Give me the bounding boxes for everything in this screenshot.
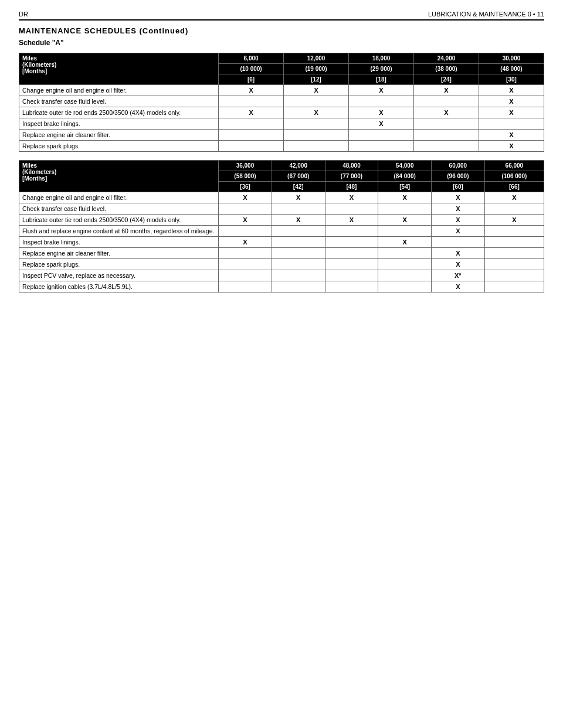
cell-2-1: X	[284, 107, 349, 118]
cell-0-2: X	[349, 85, 414, 96]
cell-0-1: X	[284, 85, 349, 96]
col-km-3: (38 000)	[414, 64, 479, 74]
cell-3-0	[219, 226, 272, 237]
cell-0-2: X	[325, 192, 378, 203]
table-row: Lubricate outer tie rod ends 2500/3500 (…	[19, 215, 544, 226]
col-km-0: (58 000)	[219, 171, 272, 182]
cell-0-5: X	[484, 192, 544, 203]
cell-3-1	[284, 118, 349, 130]
page-header: DR LUBRICATION & MAINTENANCE 0 • 11	[19, 11, 544, 21]
cell-7-0	[219, 270, 272, 281]
cell-7-3	[378, 270, 432, 281]
col-header-label: Miles(Kilometers)[Months]	[19, 161, 219, 192]
cell-5-4: X	[479, 141, 544, 152]
col-months-2: [18]	[349, 74, 414, 85]
cell-2-3: X	[378, 215, 432, 226]
col-months-1: [12]	[284, 74, 349, 85]
cell-0-0: X	[219, 192, 272, 203]
col-km-5: (106 000)	[484, 171, 544, 182]
cell-2-1: X	[272, 215, 325, 226]
table-row: Inspect brake linings.X	[19, 118, 544, 130]
col-miles-4: 60,000	[432, 161, 485, 171]
cell-1-2	[349, 96, 414, 107]
table-row: Replace engine air cleaner filter.X	[19, 130, 544, 141]
col-miles-2: 18,000	[349, 53, 414, 64]
cell-5-1	[284, 141, 349, 152]
row-label: Change engine oil and engine oil filter.	[19, 85, 219, 96]
cell-5-0	[219, 248, 272, 259]
col-months-1: [42]	[272, 182, 325, 192]
maintenance-table-2: Miles(Kilometers)[Months]36,00042,00048,…	[19, 160, 544, 292]
cell-5-3	[378, 248, 432, 259]
col-miles-5: 66,000	[484, 161, 544, 171]
cell-0-3: X	[414, 85, 479, 96]
cell-6-1	[272, 259, 325, 270]
cell-4-1	[284, 130, 349, 141]
cell-0-0: X	[219, 85, 284, 96]
cell-4-0: X	[219, 237, 272, 248]
col-miles-4: 30,000	[479, 53, 544, 64]
table-row: Replace spark plugs.X	[19, 141, 544, 152]
cell-6-0	[219, 259, 272, 270]
cell-1-1	[272, 203, 325, 215]
cell-8-3	[378, 281, 432, 292]
cell-8-4: X	[432, 281, 485, 292]
cell-1-4: X	[432, 203, 485, 215]
cell-6-3	[378, 259, 432, 270]
col-km-2: (29 000)	[349, 64, 414, 74]
cell-4-4	[432, 237, 485, 248]
row-label: Replace engine air cleaner filter.	[19, 130, 219, 141]
col-header-label: Miles(Kilometers)[Months]	[19, 53, 219, 85]
cell-2-4: X	[479, 107, 544, 118]
cell-1-3	[378, 203, 432, 215]
cell-5-3	[414, 141, 479, 152]
cell-1-0	[219, 96, 284, 107]
cell-7-1	[272, 270, 325, 281]
row-label: Check transfer case fluid level.	[19, 203, 219, 215]
row-label: Replace ignition cables (3.7L/4.8L/5.9L)…	[19, 281, 219, 292]
col-km-4: (96 000)	[432, 171, 485, 182]
cell-3-3	[378, 226, 432, 237]
cell-3-5	[484, 226, 544, 237]
cell-2-2: X	[325, 215, 378, 226]
row-label: Replace engine air cleaner filter.	[19, 248, 219, 259]
col-months-0: [36]	[219, 182, 272, 192]
row-label: Flush and replace engine coolant at 60 m…	[19, 226, 219, 237]
cell-5-4: X	[432, 248, 485, 259]
cell-4-5	[484, 237, 544, 248]
col-miles-0: 6,000	[219, 53, 284, 64]
cell-7-2	[325, 270, 378, 281]
table-row: Replace spark plugs.X	[19, 259, 544, 270]
table-row: Flush and replace engine coolant at 60 m…	[19, 226, 544, 237]
cell-4-2	[349, 130, 414, 141]
row-label: Lubricate outer tie rod ends 2500/3500 (…	[19, 215, 219, 226]
cell-4-3: X	[378, 237, 432, 248]
row-label: Inspect PCV valve, replace as necessary.	[19, 270, 219, 281]
cell-3-2	[325, 226, 378, 237]
col-km-3: (84 000)	[378, 171, 432, 182]
col-miles-1: 12,000	[284, 53, 349, 64]
cell-3-4: X	[432, 226, 485, 237]
cell-8-5	[484, 281, 544, 292]
cell-6-4: X	[432, 259, 485, 270]
cell-2-2: X	[349, 107, 414, 118]
cell-1-0	[219, 203, 272, 215]
col-km-1: (19 000)	[284, 64, 349, 74]
cell-5-1	[272, 248, 325, 259]
cell-2-4: X	[432, 215, 485, 226]
cell-4-2	[325, 237, 378, 248]
table-row: Replace engine air cleaner filter.X	[19, 248, 544, 259]
cell-5-5	[484, 248, 544, 259]
header-left: DR	[19, 11, 28, 18]
cell-5-0	[219, 141, 284, 152]
col-km-0: (10 000)	[219, 64, 284, 74]
cell-4-1	[272, 237, 325, 248]
col-miles-1: 42,000	[272, 161, 325, 171]
cell-1-4: X	[479, 96, 544, 107]
cell-0-3: X	[378, 192, 432, 203]
cell-0-4: X	[479, 85, 544, 96]
col-miles-0: 36,000	[219, 161, 272, 171]
col-months-5: [66]	[484, 182, 544, 192]
table-row: Lubricate outer tie rod ends 2500/3500 (…	[19, 107, 544, 118]
cell-8-0	[219, 281, 272, 292]
